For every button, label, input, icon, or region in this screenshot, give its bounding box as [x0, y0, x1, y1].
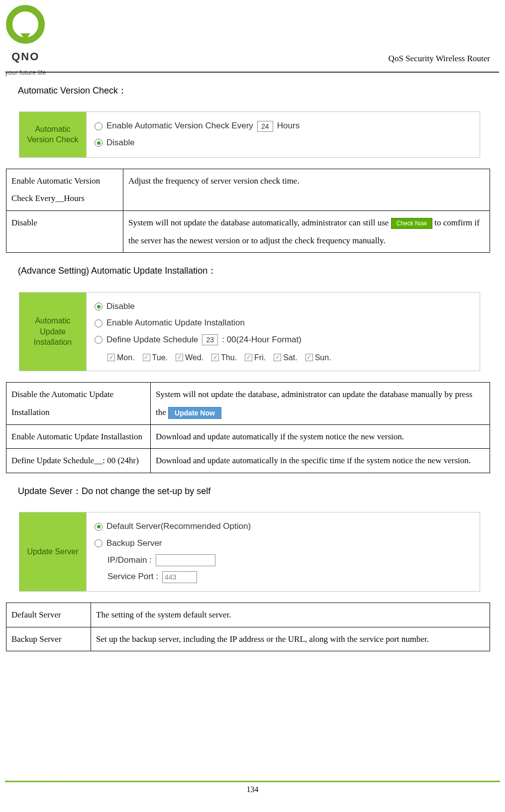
- cell: Set up the backup server, including the …: [91, 627, 490, 651]
- table-row: Enable Automatic Update Installastion Do…: [6, 424, 490, 449]
- checkbox-fri[interactable]: [245, 354, 252, 361]
- text: System will not update the database auto…: [128, 218, 391, 227]
- radio-install-enable[interactable]: [95, 319, 102, 327]
- checkbox-thu[interactable]: [211, 354, 219, 361]
- cell: Define Update Schedule__: 00 (24hr): [6, 449, 151, 473]
- radio-install-disable[interactable]: [95, 303, 102, 310]
- radio-default-server[interactable]: [95, 523, 102, 531]
- checkbox-mon[interactable]: [107, 354, 115, 361]
- checkbox-sun[interactable]: [305, 354, 313, 361]
- header-rule: [6, 72, 499, 73]
- brand-tagline: your future life: [5, 67, 46, 78]
- cell: System will not update the database auto…: [123, 210, 490, 252]
- radio-enable-check[interactable]: [95, 122, 102, 130]
- table-row: Define Update Schedule__: 00 (24hr) Down…: [6, 449, 490, 473]
- radio-backup-server[interactable]: [95, 539, 102, 547]
- version-check-table: Enable Automatic Version Check Every__Ho…: [6, 169, 490, 253]
- table-row: Disable System will not update the datab…: [6, 210, 490, 252]
- install-define-pre: Define Update Schedule: [106, 332, 198, 348]
- version-check-panel: Automatic Version Check Enable Automatic…: [19, 111, 480, 157]
- checkbox-wed[interactable]: [176, 354, 183, 361]
- service-port-label: Service Port :: [107, 569, 158, 585]
- logo-icon: [6, 5, 45, 44]
- cell: Disable the Automatic Update Installatio…: [6, 383, 151, 424]
- day-label: Sun.: [315, 351, 331, 365]
- day-label: Thu.: [221, 351, 237, 365]
- update-server-table: Default Server The setting of the system…: [6, 603, 490, 651]
- install-hour-input[interactable]: 23: [202, 334, 218, 345]
- install-enable-label: Enable Automatic Update Installation: [106, 315, 245, 331]
- disable-check-label: Disable: [106, 135, 135, 151]
- cell: Download and update automatically in the…: [151, 449, 490, 473]
- days-row: Mon. Tue. Wed. Thu. Fri. Sat. Sun.: [107, 351, 472, 365]
- radio-install-define[interactable]: [95, 336, 102, 344]
- update-install-table: Disable the Automatic Update Installatio…: [6, 382, 490, 473]
- cell: Enable Automatic Update Installastion: [6, 424, 151, 449]
- update-install-panel: Automatic Update Installation Disable En…: [19, 292, 480, 372]
- section1-heading: Automatic Version Check：: [18, 83, 491, 99]
- radio-disable-check[interactable]: [95, 139, 102, 147]
- page-content: Automatic Version Check： Automatic Versi…: [0, 83, 505, 651]
- page-header: QNO your future life QoS Security Wirele…: [0, 0, 505, 70]
- install-disable-label: Disable: [106, 299, 135, 314]
- section3-heading: Update Sever：Do not change the set-up by…: [18, 483, 491, 499]
- install-define-post: : 00(24-Hour Format): [222, 332, 302, 348]
- cell: The setting of the system default server…: [91, 603, 490, 627]
- day-label: Wed.: [185, 351, 203, 365]
- day-label: Mon.: [117, 351, 135, 365]
- backup-server-label: Backup Server: [106, 536, 162, 551]
- service-port-input[interactable]: 443: [162, 571, 197, 583]
- brand-name: QNO: [5, 47, 46, 67]
- table-row: Enable Automatic Version Check Every__Ho…: [6, 169, 490, 210]
- page-number: 134: [0, 783, 505, 797]
- ip-domain-label: IP/Domain :: [107, 553, 152, 568]
- ip-domain-input[interactable]: [156, 554, 215, 566]
- table-row: Backup Server Set up the backup server, …: [6, 627, 490, 651]
- checkbox-sat[interactable]: [274, 354, 281, 361]
- document-title: QoS Security Wireless Router: [389, 51, 490, 67]
- update-server-panel-label: Update Server: [19, 512, 87, 591]
- version-check-panel-label: Automatic Version Check: [19, 112, 87, 157]
- day-label: Tue.: [152, 351, 168, 365]
- table-row: Disable the Automatic Update Installatio…: [6, 383, 490, 424]
- day-label: Sat.: [283, 351, 297, 365]
- cell: Default Server: [6, 603, 91, 627]
- update-now-button[interactable]: Update Now: [168, 407, 221, 419]
- checkbox-tue[interactable]: [143, 354, 150, 361]
- enable-check-label-post: Hours: [277, 118, 300, 134]
- cell: Download and update automatically if the…: [151, 424, 490, 449]
- cell: Backup Server: [6, 627, 91, 651]
- enable-check-label-pre: Enable Automatic Version Check Every: [106, 118, 253, 134]
- table-row: Default Server The setting of the system…: [6, 603, 490, 627]
- check-hours-input[interactable]: 24: [257, 121, 273, 132]
- cell: Disable: [6, 210, 123, 252]
- brand-logo: QNO your future life: [5, 5, 46, 78]
- default-server-label: Default Server(Recommended Option): [106, 519, 251, 534]
- cell: Enable Automatic Version Check Every__Ho…: [6, 169, 123, 210]
- cell: System will not update the database, adm…: [151, 383, 490, 424]
- footer-rule: [5, 781, 500, 782]
- section2-heading: (Advance Setting) Automatic Update Insta…: [18, 263, 491, 279]
- update-server-panel: Update Server Default Server(Recommended…: [19, 512, 480, 591]
- cell: Adjust the frequency of server version c…: [123, 169, 490, 210]
- check-now-button[interactable]: Check Now: [391, 218, 432, 229]
- update-install-panel-label: Automatic Update Installation: [19, 293, 87, 371]
- day-label: Fri.: [254, 351, 266, 365]
